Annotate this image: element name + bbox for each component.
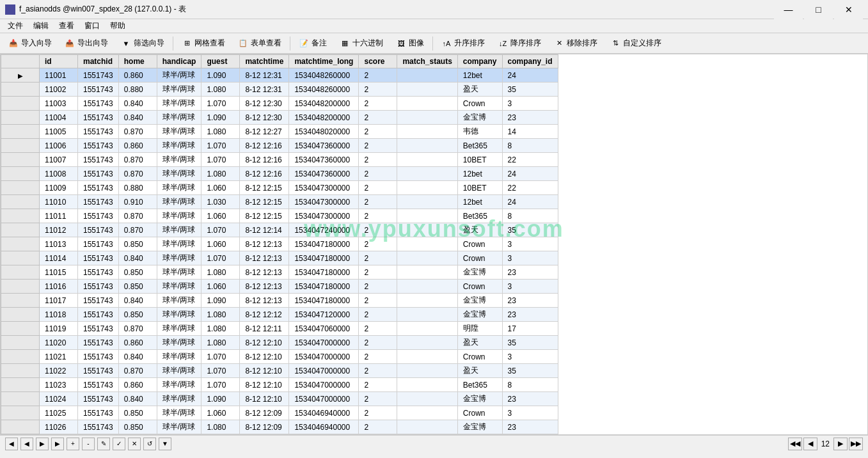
col-matchid[interactable]: matchid [78,55,119,68]
col-matchtime[interactable]: matchtime [240,55,289,68]
table-cell: 球半/两球 [157,97,201,111]
table-container[interactable]: id matchid home handicap guest matchtime… [0,54,868,435]
maximize-button[interactable]: □ [804,0,833,19]
table-row[interactable]: 1101615517430.850球半/两球1.0608-12 12:13153… [1,280,558,294]
desc-sort-button[interactable]: ↓Z 降序排序 [492,35,547,52]
nav-first-button[interactable]: ◀ [5,438,18,450]
table-row[interactable]: 1102215517430.870球半/两球1.0708-12 12:10153… [1,364,558,378]
menu-item-编辑[interactable]: 编辑 [28,19,54,33]
table-cell: 1551743 [78,308,119,322]
remove-sort-label: 移除排序 [567,38,597,49]
save-button[interactable]: ✓ [113,438,125,450]
col-id[interactable]: id [40,55,78,68]
col-company-id[interactable]: company_id [502,55,558,68]
table-cell: Crown [457,251,502,265]
col-company[interactable]: company [457,55,502,68]
table-row[interactable]: 1101915517430.870球半/两球1.0808-12 12:11153… [1,322,558,336]
table-cell: 10BET [457,153,502,167]
menu-item-查看[interactable]: 查看 [54,19,79,33]
table-cell: 1551743 [78,378,119,392]
table-row[interactable]: 1101415517430.840球半/两球1.0708-12 12:13153… [1,251,558,265]
col-matchtime-long[interactable]: matchtime_long [289,55,359,68]
grid-view-button[interactable]: ⊞ 网格查看 [176,35,231,52]
table-cell: 11017 [40,294,78,308]
table-row[interactable]: ▶1100115517430.860球半/两球1.0908-12 12:3115… [1,68,558,83]
asc-sort-button[interactable]: ↑A 升序排序 [436,35,491,52]
table-row[interactable]: 1101215517430.870球半/两球1.0708-12 12:14153… [1,223,558,237]
page-last-button[interactable]: ▶▶ [849,438,863,450]
row-selector-cell [1,153,40,167]
table-row[interactable]: 1101015517430.910球半/两球1.0308-12 12:15153… [1,195,558,209]
col-match-stauts[interactable]: match_stauts [397,55,457,68]
table-cell: 2 [359,167,397,181]
table-row[interactable]: 1101815517430.850球半/两球1.0808-12 12:12153… [1,308,558,322]
minimize-button[interactable]: — [774,0,803,19]
table-cell: 11009 [40,181,78,195]
table-cell: 球半/两球 [157,280,201,294]
menu-item-帮助[interactable]: 帮助 [105,19,130,33]
table-row[interactable]: 1102615517430.850球半/两球1.0808-12 12:09153… [1,420,558,434]
menu-item-文件[interactable]: 文件 [3,19,28,33]
hex-button[interactable]: ▦ 十六进制 [334,35,389,52]
table-row[interactable]: 1102015517430.860球半/两球1.0808-12 12:10153… [1,336,558,350]
table-cell: 11019 [40,322,78,336]
table-row[interactable]: 1102515517430.850球半/两球1.0608-12 12:09153… [1,406,558,420]
menu-item-窗口[interactable]: 窗口 [79,19,105,33]
cancel-button[interactable]: ✕ [128,438,141,450]
table-cell: 2 [359,237,397,251]
table-row[interactable]: 1101515517430.850球半/两球1.0808-12 12:13153… [1,265,558,280]
import-wizard-button[interactable]: 📥 导入向导 [3,35,58,52]
table-row[interactable]: 1102415517430.840球半/两球1.0908-12 12:10153… [1,392,558,406]
col-home[interactable]: home [118,55,157,68]
table-row[interactable]: 1100615517430.860球半/两球1.0708-12 12:16153… [1,139,558,153]
table-cell: 0.860 [118,336,157,350]
filter-button[interactable]: ▼ [159,438,171,450]
table-cell: 1534047120000 [289,308,359,322]
delete-row-button[interactable]: - [82,438,95,450]
remove-sort-button[interactable]: ✕ 移除排序 [548,35,603,52]
col-guest[interactable]: guest [201,55,240,68]
export-wizard-button[interactable]: 📤 导出向导 [59,35,114,52]
table-row[interactable]: 1100415517430.840球半/两球1.0908-12 12:30153… [1,111,558,125]
table-row[interactable]: 1100815517430.870球半/两球1.0808-12 12:16153… [1,167,558,181]
image-button[interactable]: 🖼 图像 [390,35,430,52]
table-row[interactable]: 1100715517430.870球半/两球1.0708-12 12:16153… [1,153,558,167]
table-row[interactable]: 1100915517430.880球半/两球1.0608-12 12:15153… [1,181,558,195]
table-row[interactable]: 1100315517430.840球半/两球1.0708-12 12:30153… [1,97,558,111]
table-row[interactable]: 1101115517430.870球半/两球1.0608-12 12:15153… [1,209,558,223]
custom-sort-button[interactable]: ⇅ 自定义排序 [604,35,667,52]
nav-next-button[interactable]: ▶ [36,438,49,450]
table-row[interactable]: 1102315517430.860球半/两球1.0708-12 12:10153… [1,378,558,392]
row-selector-cell [1,364,40,378]
table-row[interactable]: 1102115517430.840球半/两球1.0708-12 12:10153… [1,350,558,364]
page-prev-button[interactable]: ◀ [803,438,817,450]
table-cell: 球半/两球 [157,251,201,265]
row-selector-cell [1,181,40,195]
col-score[interactable]: score [359,55,397,68]
close-button[interactable]: ✕ [834,0,863,19]
add-row-button[interactable]: + [67,438,79,450]
table-cell: 0.870 [118,223,157,237]
page-first-button[interactable]: ◀◀ [788,438,802,450]
table-cell: 8-12 12:15 [240,209,289,223]
page-next-button[interactable]: ▶ [833,438,848,450]
filter-wizard-button[interactable]: ▼ 筛选向导 [115,35,170,52]
notes-button[interactable]: 📝 备注 [293,35,333,52]
nav-last-button[interactable]: ▶ [51,438,64,450]
table-row[interactable]: 1101315517430.850球半/两球1.0608-12 12:13153… [1,237,558,251]
row-selector-cell [1,378,40,392]
table-row[interactable]: 1101715517430.840球半/两球1.0908-12 12:13153… [1,294,558,308]
table-row[interactable]: 1102715517430.870球半/两球1.0808-12 12:09153… [1,434,558,436]
table-cell: 22 [502,181,558,195]
table-row[interactable]: 1100215517430.880球半/两球1.0808-12 12:31153… [1,83,558,97]
table-cell: 8 [502,378,558,392]
nav-prev-button[interactable]: ◀ [20,438,33,450]
form-view-button[interactable]: 📋 表单查看 [232,35,287,52]
titlebar: f_asianodds @win007_spdex_28 (127.0.0.1)… [0,0,868,19]
table-cell: 1.080 [201,420,240,434]
refresh-button[interactable]: ↺ [143,438,156,450]
table-cell: 1.080 [201,83,240,97]
col-handicap[interactable]: handicap [157,55,201,68]
table-row[interactable]: 1100515517430.870球半/两球1.0808-12 12:27153… [1,125,558,139]
edit-button[interactable]: ✎ [97,438,110,450]
